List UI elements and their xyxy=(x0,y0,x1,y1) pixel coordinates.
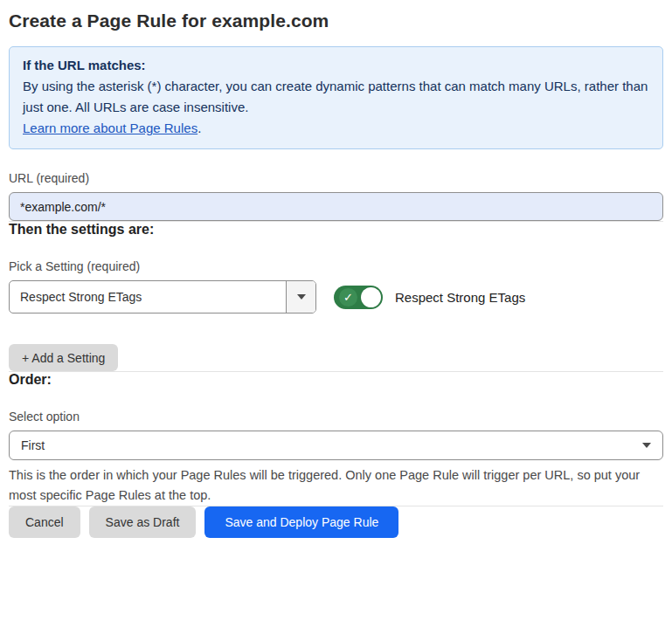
toggle-label: Respect Strong ETags xyxy=(395,290,525,305)
order-select[interactable]: First xyxy=(9,431,663,460)
footer-actions: Cancel Save as Draft Save and Deploy Pag… xyxy=(9,506,663,538)
chevron-down-icon xyxy=(297,294,306,300)
link-suffix: . xyxy=(197,121,201,135)
add-setting-button[interactable]: + Add a Setting xyxy=(9,344,118,371)
order-select-label: Select option xyxy=(9,410,663,424)
chevron-down-icon xyxy=(642,443,651,448)
info-box-body: By using the asterisk (*) character, you… xyxy=(23,76,649,118)
order-description: This is the order in which your Page Rul… xyxy=(9,465,663,506)
info-box-link-line: Learn more about Page Rules. xyxy=(23,118,649,139)
setting-toggle[interactable]: ✓ xyxy=(334,286,383,309)
toggle-knob xyxy=(361,287,381,307)
order-select-value: First xyxy=(21,438,45,452)
info-box-heading: If the URL matches: xyxy=(23,55,649,76)
url-match-info-box: If the URL matches: By using the asteris… xyxy=(9,46,663,149)
cancel-button[interactable]: Cancel xyxy=(9,506,80,538)
page-rule-form: Create a Page Rule for example.com If th… xyxy=(0,0,672,538)
learn-more-link[interactable]: Learn more about Page Rules xyxy=(23,121,197,135)
page-title: Create a Page Rule for example.com xyxy=(9,10,663,31)
order-section-heading: Order: xyxy=(9,372,663,388)
settings-section-heading: Then the settings are: xyxy=(9,222,663,238)
save-and-deploy-button[interactable]: Save and Deploy Page Rule xyxy=(204,506,398,538)
setting-select-arrow-button[interactable] xyxy=(286,281,315,313)
url-input[interactable] xyxy=(9,192,663,221)
check-icon: ✓ xyxy=(339,288,357,307)
save-as-draft-button[interactable]: Save as Draft xyxy=(89,506,197,538)
setting-select-value: Respect Strong ETags xyxy=(10,281,286,313)
pick-setting-label: Pick a Setting (required) xyxy=(9,259,663,273)
url-label: URL (required) xyxy=(9,171,663,185)
setting-select[interactable]: Respect Strong ETags xyxy=(9,280,316,314)
setting-row: Respect Strong ETags ✓ Respect Strong ET… xyxy=(9,280,663,314)
